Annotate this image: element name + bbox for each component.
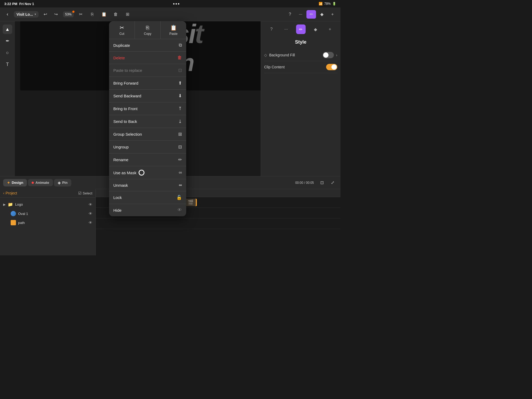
bg-fill-label: Background Fill bbox=[269, 53, 295, 57]
help-button[interactable]: ? bbox=[285, 10, 295, 19]
mask-circle-icon bbox=[139, 170, 144, 176]
clip-content-label-group: Clip Content bbox=[264, 65, 285, 69]
right-panel: ? ··· ✏ ◆ + Style ◇ Background Fill › Cl… bbox=[261, 21, 340, 189]
paste-replace-label: Paste to replace bbox=[113, 68, 142, 73]
send-backward-label: Send Backward bbox=[113, 94, 141, 98]
ctx-delete-item[interactable]: Delete 🗑 bbox=[109, 52, 186, 64]
layer-oval-name: Oval 1 bbox=[18, 212, 86, 216]
paste-icon: 📋 bbox=[170, 24, 177, 31]
use-as-mask-group: Use as Mask bbox=[113, 170, 144, 176]
select-tool[interactable]: ▲ bbox=[3, 24, 12, 34]
delete-label: Delete bbox=[113, 56, 125, 60]
ctx-paste-replace-item[interactable]: Paste to replace ⊡ bbox=[109, 64, 186, 77]
ctx-bring-forward-item[interactable]: Bring Forward ⬆ bbox=[109, 77, 186, 90]
context-menu: ✂ Cut ⎘ Copy 📋 Paste Duplicate ⧉ Delete … bbox=[109, 21, 186, 216]
undo-button[interactable]: ↩ bbox=[41, 10, 50, 19]
ctx-bring-to-front-item[interactable]: Bring to Front ⤒ bbox=[109, 102, 186, 115]
more-toolbar-button[interactable]: ⊞ bbox=[123, 10, 132, 19]
hide-label: Hide bbox=[113, 208, 122, 213]
animate-tab-label: Animate bbox=[35, 181, 49, 185]
context-menu-top-row: ✂ Cut ⎘ Copy 📋 Paste bbox=[109, 21, 186, 39]
shape-tool[interactable]: ○ bbox=[3, 48, 12, 57]
project-button[interactable]: ‹ Project bbox=[3, 191, 17, 195]
layer-group-logo[interactable]: ▶ 📁 Logo 👁 bbox=[0, 200, 95, 209]
paste-toolbar-button[interactable]: 📋 bbox=[99, 10, 109, 19]
pin-tab-label: Pin bbox=[62, 181, 68, 185]
copy-icon: ⎘ bbox=[146, 25, 149, 31]
bg-fill-toggle[interactable] bbox=[323, 52, 334, 58]
rp-add-icon[interactable]: + bbox=[325, 24, 335, 34]
cut-button[interactable]: ✂ bbox=[76, 10, 85, 19]
add-button[interactable]: + bbox=[328, 10, 337, 19]
ctx-duplicate-item[interactable]: Duplicate ⧉ bbox=[109, 39, 186, 52]
layers-list: ▶ 📁 Logo 👁 Oval 1 👁 path 👁 bbox=[0, 198, 95, 255]
wifi-icon: 📶 bbox=[319, 2, 323, 6]
pen-tool[interactable]: ✒ bbox=[3, 36, 12, 46]
animate-tab[interactable]: Animate bbox=[28, 179, 53, 186]
pin-tab[interactable]: ◈ Pin bbox=[54, 179, 71, 186]
document-title[interactable]: Visit Lo... ▾ bbox=[14, 11, 39, 18]
rp-diamond-icon[interactable]: ◆ bbox=[311, 24, 320, 34]
oval-visibility-icon[interactable]: 👁 bbox=[89, 211, 92, 216]
send-backward-icon: ⬇ bbox=[178, 93, 182, 99]
timeline-fullscreen-btn[interactable]: ⤢ bbox=[328, 178, 337, 187]
use-as-mask-label: Use as Mask bbox=[113, 171, 136, 175]
layer-visibility-icon[interactable]: 👁 bbox=[89, 202, 92, 207]
unmask-icon: ∞ bbox=[179, 183, 182, 188]
rename-icon: ✏ bbox=[178, 157, 182, 163]
rp-style-icon[interactable]: ✏ bbox=[296, 24, 306, 34]
zoom-badge[interactable]: 53% bbox=[63, 11, 74, 17]
path-visibility-icon[interactable]: 👁 bbox=[89, 221, 92, 225]
cut-label: Cut bbox=[119, 32, 124, 36]
clip-content-row: Clip Content bbox=[264, 61, 337, 73]
bg-fill-controls: › bbox=[323, 52, 337, 58]
design-tab[interactable]: ✦ Design bbox=[3, 179, 27, 186]
clip-content-toggle[interactable] bbox=[326, 64, 337, 70]
style-button[interactable]: ✏ bbox=[306, 10, 316, 19]
rename-label: Rename bbox=[113, 157, 128, 162]
rp-help-icon[interactable]: ? bbox=[267, 24, 276, 34]
battery-visual: 🔋 bbox=[332, 2, 336, 6]
design-tab-label: Design bbox=[12, 181, 23, 185]
project-label: Project bbox=[6, 191, 17, 195]
select-button[interactable]: ☑ Select bbox=[78, 191, 92, 195]
lock-label: Lock bbox=[113, 195, 122, 200]
delete-toolbar-button[interactable]: 🗑 bbox=[111, 10, 120, 19]
send-to-back-label: Send to Back bbox=[113, 119, 137, 124]
rp-more-icon[interactable]: ··· bbox=[281, 24, 291, 34]
ctx-rename-item[interactable]: Rename ✏ bbox=[109, 153, 186, 166]
top-toolbar: ‹ Visit Lo... ▾ ↩ ↪ 53% ✂ ⎘ 📋 🗑 ⊞ ? ··· … bbox=[0, 7, 340, 21]
ctx-use-as-mask-item[interactable]: Use as Mask ∞ bbox=[109, 166, 186, 179]
oval-thumb bbox=[11, 211, 16, 216]
duplicate-icon: ⧉ bbox=[179, 43, 182, 48]
ctx-hide-item[interactable]: Hide 👁 bbox=[109, 204, 186, 216]
ctx-unmask-item[interactable]: Unmask ∞ bbox=[109, 179, 186, 191]
ctx-send-to-back-item[interactable]: Send to Back ⤓ bbox=[109, 115, 186, 128]
copy-toolbar-button[interactable]: ⎘ bbox=[88, 10, 97, 19]
layer-group-name: Logo bbox=[15, 202, 86, 206]
path-thumb bbox=[11, 220, 16, 225]
ctx-lock-item[interactable]: Lock 🔓 bbox=[109, 191, 186, 204]
ungroup-icon: ⊟ bbox=[178, 144, 182, 150]
layer-item-path[interactable]: path 👁 bbox=[0, 218, 95, 227]
back-button[interactable]: ‹ bbox=[3, 10, 12, 19]
more-options-button[interactable]: ··· bbox=[296, 10, 305, 19]
copy-label: Copy bbox=[144, 32, 151, 36]
ctx-paste-button[interactable]: 📋 Paste bbox=[161, 21, 186, 39]
ctx-copy-button[interactable]: ⎘ Copy bbox=[135, 21, 161, 39]
folder-icon: 📁 bbox=[8, 202, 13, 207]
timeline-expand-btn[interactable]: ⊡ bbox=[317, 178, 327, 187]
ctx-send-backward-item[interactable]: Send Backward ⬇ bbox=[109, 90, 186, 102]
bg-fill-label-group: ◇ Background Fill bbox=[264, 53, 295, 57]
ctx-group-selection-item[interactable]: Group Selection ⊞ bbox=[109, 128, 186, 141]
right-panel-icons: ? ··· ✏ ◆ + bbox=[264, 24, 337, 34]
send-to-back-icon: ⤓ bbox=[178, 119, 182, 124]
timeline-track-3 bbox=[96, 218, 340, 229]
diamond-button[interactable]: ◆ bbox=[317, 10, 327, 19]
ctx-cut-button[interactable]: ✂ Cut bbox=[109, 21, 135, 39]
ctx-ungroup-item[interactable]: Ungroup ⊟ bbox=[109, 141, 186, 153]
redo-button[interactable]: ↪ bbox=[51, 10, 61, 19]
layer-item-oval[interactable]: Oval 1 👁 bbox=[0, 209, 95, 218]
bg-fill-chevron[interactable]: › bbox=[336, 53, 337, 57]
text-tool[interactable]: T bbox=[3, 60, 12, 69]
